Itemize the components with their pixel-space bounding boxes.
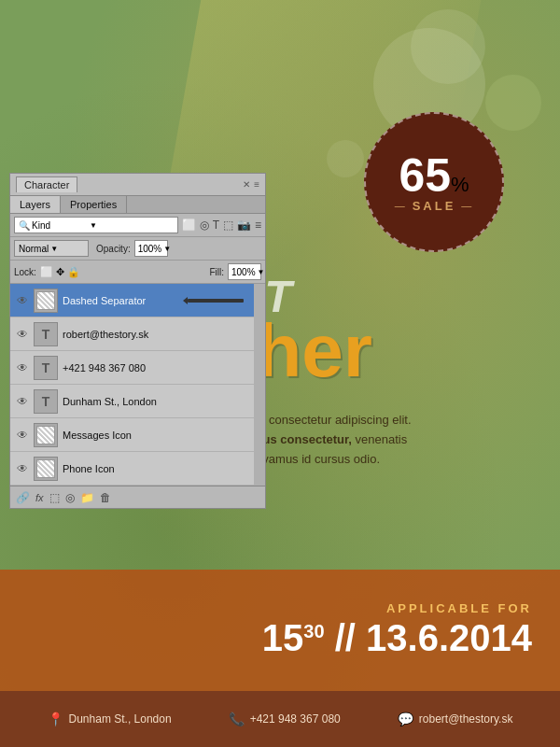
layer-visibility-icon-5[interactable]: 👁 [14,462,31,475]
bottom-icons: 🔗 fx ⬚ ◎ 📁 🗑 [16,491,111,504]
layer-name-3: Dunham St., London [63,396,261,407]
tab-layers[interactable]: Layers [10,196,61,213]
sale-dash-left: — [395,200,407,211]
layer-item-messages-icon[interactable]: 👁 Messages Icon [10,418,265,452]
panel-bottom-toolbar: 🔗 fx ⬚ ◎ 📁 🗑 [10,486,265,508]
phone-text: +421 948 367 080 [250,712,341,726]
blend-mode-chevron: ▼ [50,245,58,253]
sale-percent-group: 65 % [399,152,469,199]
layer-filter-type-icon[interactable]: T [213,218,219,232]
svg-marker-1 [183,297,188,304]
panel-tabs: Layers Properties [10,196,265,214]
bottom-bar: 📍 Dunham St., London 📞 +421 948 367 080 … [0,691,560,747]
bottom-phone: 📞 +421 948 367 080 [229,712,341,726]
layer-item-phone[interactable]: 👁 T +421 948 367 080 [10,351,265,385]
layer-list: 👁 Dashed Separator 👁 T robert@thestory.s… [10,284,265,486]
layer-visibility-icon-1[interactable]: 👁 [14,328,31,341]
date-number: 15 [262,617,304,658]
body-line2: ctus consectetur, venenatis [252,430,532,450]
panel-titlebar: Character ✕ ≡ [10,174,265,196]
lock-transparent-icon[interactable]: ⬜ [40,266,53,278]
layer-filter-pixel-icon[interactable]: ⬜ [182,218,196,232]
fill-field[interactable]: 100% ▼ [228,263,261,280]
date-rest: // 13.6.2014 [325,617,532,658]
panel-toolbar1: 🔍 ▼ ⬜ ◎ T ⬚ 📷 ≡ [10,214,265,237]
sale-label: SALE [413,199,456,213]
fx-icon[interactable]: fx [35,492,44,503]
layer-filter-options-icon[interactable]: ≡ [255,218,261,232]
bokeh-3 [485,75,541,131]
svg-rect-2 [188,299,244,303]
sale-percent-symbol: % [451,173,469,197]
lock-position-icon[interactable]: ✥ [56,266,64,278]
layer-thumb-3: T [34,389,58,414]
opacity-chevron: ▼ [163,245,171,253]
panel-titlebar-right: ✕ ≡ [243,179,259,190]
applicable-section: APPLICABLE FOR 1530 // 13.6.2014 [0,570,560,691]
opacity-field[interactable]: 100% ▼ [134,240,168,257]
body-line2-rest: venenatis [352,432,407,446]
sale-dash-right: — [461,200,473,211]
body-line2-bold: ctus consectetur, [252,432,352,446]
date-label: 1530 // 13.6.2014 [262,615,532,660]
delete-layer-icon[interactable]: 🗑 [100,491,111,504]
layer-filter-adjust-icon[interactable]: ◎ [200,218,209,232]
layer-name-5: Phone Icon [63,463,261,474]
lock-label: Lock: [14,267,36,277]
phone-icon: 📞 [229,712,245,726]
arrow-annotation [183,293,248,308]
date-sup: 30 [303,620,324,641]
lock-all-icon[interactable]: 🔒 [67,266,80,278]
opacity-label: Opacity: [96,244,131,254]
search-chevron-icon: ▼ [90,221,97,230]
layers-scrollbar[interactable] [254,284,265,486]
new-group-icon[interactable]: 📁 [80,491,94,504]
panel-close-icon[interactable]: ✕ [243,179,250,190]
sale-percent-number: 65 [399,152,451,199]
bottom-email: 💬 robert@thestory.sk [398,712,513,726]
search-input[interactable] [32,220,88,231]
layer-name-1: robert@thestory.sk [63,329,261,340]
email-text: robert@thestory.sk [419,712,513,726]
sale-label-row: — SALE — [395,199,474,213]
layer-name-2: +421 948 367 080 [63,362,261,374]
layer-filter-smart-icon[interactable]: 📷 [237,218,251,232]
photoshop-panel: Character ✕ ≡ Layers Properties 🔍 ▼ ⬜ ◎ … [9,173,266,509]
layer-thumb-0 [34,289,58,313]
body-text: et, consectetur adipiscing elit. ctus co… [252,411,532,469]
fill-chevron: ▼ [258,268,265,276]
layer-name-4: Messages Icon [63,430,261,441]
email-icon: 💬 [398,712,413,726]
search-box: 🔍 ▼ [14,217,178,233]
layer-item-email[interactable]: 👁 T robert@thestory.sk [10,317,265,351]
panel-toolbar3: Lock: ⬜ ✥ 🔒 Fill: 100% ▼ [10,261,265,284]
layer-visibility-icon-3[interactable]: 👁 [14,395,31,408]
layer-visibility-icon-2[interactable]: 👁 [14,361,31,374]
fill-label: Fill: [209,267,224,277]
applicable-label: APPLICABLE FOR [386,601,532,615]
panel-menu-icon[interactable]: ≡ [254,179,259,190]
tab-properties[interactable]: Properties [61,196,127,213]
search-icon: 🔍 [19,220,30,231]
panel-toolbar2: Normal ▼ Opacity: 100% ▼ [10,237,265,261]
body-line1: et, consectetur adipiscing elit. [252,411,532,430]
layer-thumb-5 [34,457,58,481]
layer-item-phone-icon[interactable]: 👁 Phone Icon [10,452,265,486]
layer-item-location[interactable]: 👁 T Dunham St., London [10,385,265,418]
panel-title-tab: Character [16,176,77,192]
sale-badge: 65 % — SALE — [364,112,504,252]
layer-visibility-icon-4[interactable]: 👁 [14,429,31,442]
body-line3: Vivamus id cursus odio. [252,450,532,470]
bottom-location: 📍 Dunham St., London [48,712,172,726]
link-layers-icon[interactable]: 🔗 [16,491,30,504]
layer-visibility-icon-0[interactable]: 👁 [14,294,31,307]
new-adjustment-icon[interactable]: ⬚ [49,491,60,504]
location-text: Dunham St., London [69,712,172,726]
layer-item-dashed-separator[interactable]: 👁 Dashed Separator [10,284,265,317]
layer-filter-shape-icon[interactable]: ⬚ [223,218,233,232]
blend-mode-dropdown[interactable]: Normal ▼ [14,240,89,257]
location-icon: 📍 [48,712,63,726]
layer-thumb-1: T [34,322,58,346]
mask-icon[interactable]: ◎ [65,491,75,504]
layer-thumb-4 [34,423,58,447]
